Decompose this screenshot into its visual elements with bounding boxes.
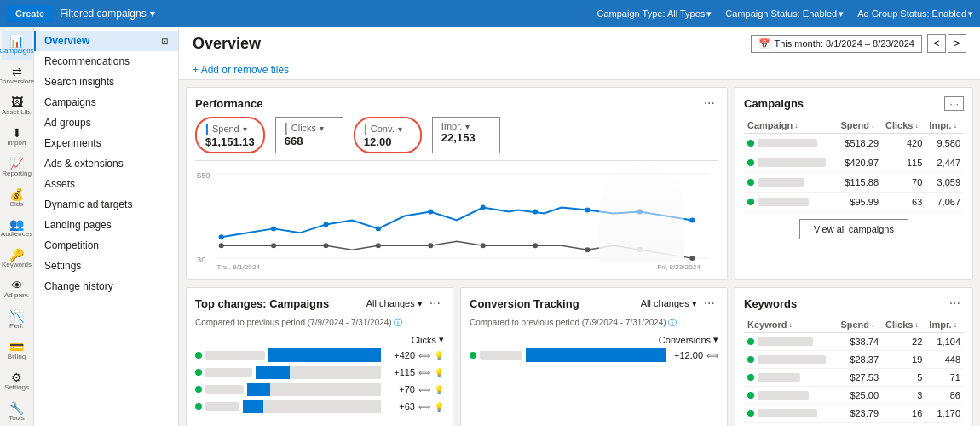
sidebar-item-overview[interactable]: Overview ⊡ <box>34 31 178 51</box>
nav-tools[interactable]: 🔧 Tools <box>2 397 32 426</box>
keywords-card: Keywords ··· Keyword ↓ Spend ↓ Clicks ↓ … <box>735 287 973 426</box>
nav-reporting[interactable]: 📈 Reporting <box>2 153 32 181</box>
clicks-chevron: ▾ <box>320 124 324 133</box>
sidebar-item-ad-groups[interactable]: Ad groups <box>34 112 178 133</box>
campaign-impr: 3,059 <box>925 173 964 193</box>
create-button[interactable]: Create <box>7 5 53 22</box>
bulb-icon: 💡 <box>434 351 444 360</box>
campaign-status-filter[interactable]: Campaign Status: Enabled ▾ <box>725 9 844 20</box>
info-icon: ⓘ <box>394 318 402 327</box>
nav-keywords[interactable]: 🔑 Keywords <box>2 245 32 273</box>
svg-point-11 <box>585 208 590 213</box>
campaign-name-blur <box>758 139 817 147</box>
bulb-icon: 💡 <box>434 385 444 394</box>
change-status-dot <box>195 403 202 410</box>
change-bar-fill <box>243 400 263 413</box>
sidebar-item-search-insights[interactable]: Search insights <box>34 72 178 92</box>
conv-status-dot <box>470 352 476 359</box>
all-changes-button[interactable]: All changes ▾ <box>366 298 423 309</box>
change-icon: ⟺ <box>418 385 430 394</box>
change-icon: ⟺ <box>418 368 430 377</box>
metric-clicks[interactable]: | Clicks ▾ 668 <box>275 117 343 153</box>
campaign-spend: $518.29 <box>837 134 882 153</box>
keyword-status-dot <box>747 374 754 381</box>
conversions-filter-button[interactable]: Conversions ▾ <box>659 334 718 345</box>
sidebar-item-competition[interactable]: Competition <box>34 235 178 256</box>
changes-row: +63 ⟺ 💡 <box>195 400 444 413</box>
dashboard: Performance ··· | Spend ▾ $1,151.13 <box>179 80 980 426</box>
date-range-selector[interactable]: 📅 This month: 8/1/2024 – 8/23/2024 <box>751 35 922 53</box>
sidebar-item-recommendations[interactable]: Recommendations <box>34 51 178 72</box>
filtered-campaigns-dropdown[interactable]: Filtered campaigns ▾ <box>60 8 154 20</box>
nav-conversions[interactable]: ⇄ Conversions <box>2 61 32 90</box>
nav-audiences[interactable]: 👥 Audiences <box>2 214 32 243</box>
conv-more-button[interactable]: ··· <box>700 296 718 310</box>
spend-chevron: ▾ <box>243 124 247 134</box>
bottom-row: Top changes: Campaigns All changes ▾ ···… <box>186 287 728 426</box>
date-nav: < > <box>927 34 966 53</box>
changes-row: +115 ⟺ 💡 <box>195 366 444 379</box>
change-name-blur <box>205 402 239 411</box>
keyword-spend: $38.74 <box>837 333 882 351</box>
nav-campaigns[interactable]: 📊 Campaigns <box>2 31 32 60</box>
top-changes-more-button[interactable]: ··· <box>426 296 444 310</box>
campaign-name-blur <box>758 178 804 187</box>
svg-point-19 <box>481 243 486 248</box>
clicks-filter-button[interactable]: Clicks ▾ <box>412 334 444 345</box>
change-bar-bg <box>247 383 381 396</box>
top-changes-title: Top changes: Campaigns <box>195 297 329 310</box>
conversions-icon: ⇄ <box>12 66 22 78</box>
keyword-name-blur <box>758 337 813 346</box>
svg-point-18 <box>428 243 433 248</box>
conv-all-changes-button[interactable]: All changes ▾ <box>641 298 697 309</box>
campaigns-more-button[interactable]: ··· <box>944 96 964 111</box>
performance-metrics: | Spend ▾ $1,151.13 | Clicks ▾ 668 <box>195 117 718 153</box>
bulb-icon: 💡 <box>434 402 444 412</box>
nav-settings[interactable]: ⚙ Settings <box>2 366 32 395</box>
kw-col-clicks: Clicks ↓ <box>882 317 925 333</box>
campaigns-col-impr: Impr. ↓ <box>925 118 964 134</box>
performance-more-button[interactable]: ··· <box>700 96 718 110</box>
sidebar-item-settings[interactable]: Settings <box>34 256 178 276</box>
impr-chevron: ▾ <box>465 122 470 131</box>
add-tiles-button[interactable]: + Add or remove tiles <box>193 64 289 76</box>
sidebar-item-campaigns[interactable]: Campaigns <box>34 92 178 112</box>
campaign-clicks: 420 <box>882 134 925 153</box>
sidebar-item-dynamic-ad-targets[interactable]: Dynamic ad targets <box>34 194 178 215</box>
nav-performance-targets[interactable]: 📉 Perf. <box>2 306 32 335</box>
metric-conversions[interactable]: | Conv. ▾ 12.00 <box>354 117 422 153</box>
metric-spend[interactable]: | Spend ▾ $1,151.13 <box>195 117 265 153</box>
sidebar-item-assets[interactable]: Assets <box>34 174 178 194</box>
nav-billing[interactable]: 💳 Billing <box>2 336 32 365</box>
adgroup-status-filter[interactable]: Ad Group Status: Enabled ▾ <box>857 9 973 20</box>
settings-icon: ⚙ <box>11 371 22 383</box>
kw-col-spend: Spend ↓ <box>837 317 882 333</box>
campaigns-col-spend: Spend ↓ <box>837 118 882 134</box>
sidebar-item-change-history[interactable]: Change history <box>34 276 178 296</box>
nav-ad-preview[interactable]: 👁 Ad prev. <box>2 275 32 304</box>
keyword-status-dot <box>747 338 754 345</box>
keyword-impr: 1,170 <box>925 405 964 423</box>
nav-import[interactable]: ⬇ Import <box>2 123 32 152</box>
keyword-clicks: 22 <box>882 333 925 351</box>
campaigns-table: Campaign ↓ Spend ↓ Clicks ↓ Impr. ↓ $518… <box>744 118 964 212</box>
view-all-campaigns-button[interactable]: View all campaigns <box>799 219 908 239</box>
svg-point-22 <box>637 247 643 252</box>
keyword-clicks: 19 <box>882 351 925 369</box>
sidebar-item-landing-pages[interactable]: Landing pages <box>34 215 178 235</box>
sidebar-item-experiments[interactable]: Experiments <box>34 133 178 153</box>
campaigns-card-title: Campaigns <box>744 97 804 110</box>
metric-impressions[interactable]: Impr. ▾ 22,153 <box>432 117 500 153</box>
campaign-type-filter[interactable]: Campaign Type: All Types ▾ <box>597 9 712 20</box>
nav-bids-budgets[interactable]: 💰 Bids <box>2 183 32 212</box>
svg-point-7 <box>376 226 381 231</box>
date-prev-button[interactable]: < <box>927 34 946 53</box>
nav-asset-library[interactable]: 🖼 Asset Lib. <box>2 92 32 121</box>
keywords-more-button[interactable]: ··· <box>946 296 964 310</box>
kw-col-impr: Impr. ↓ <box>925 317 964 333</box>
date-next-button[interactable]: > <box>948 34 966 53</box>
campaigns-table-row: $420.97 115 2,447 <box>744 153 964 173</box>
change-status-dot <box>195 352 202 359</box>
sidebar-item-ads-extensions[interactable]: Ads & extensions <box>34 153 178 174</box>
reporting-icon: 📈 <box>9 158 24 170</box>
